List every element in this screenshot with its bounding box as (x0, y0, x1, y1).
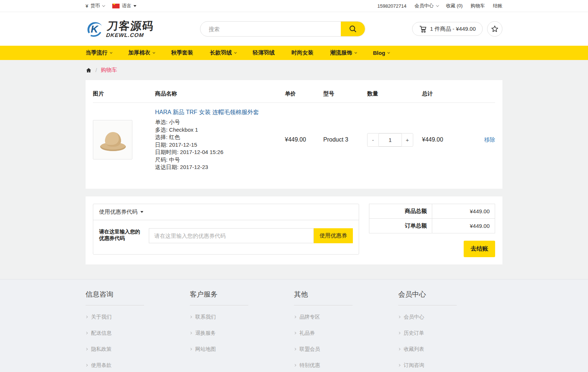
nav-item-padded-coats[interactable]: 加厚棉衣 (128, 49, 154, 56)
footer-link-label: 礼品券 (299, 330, 315, 337)
nav-label: 当季流行 (86, 49, 108, 56)
nav-item-fashion-women[interactable]: 时尚女装 (291, 49, 313, 56)
cart-link[interactable]: 购物车 (471, 3, 485, 9)
caret-down-icon (140, 211, 143, 213)
footer-link-affiliates[interactable]: 联盟会员 (294, 341, 398, 357)
coupon-code-input[interactable] (149, 228, 314, 243)
breadcrumb-separator: / (95, 67, 97, 73)
chevron-right-icon (189, 316, 192, 318)
nav-item-autumn-sets[interactable]: 秋季套装 (171, 49, 193, 56)
nav-item-trendy[interactable]: 潮流服饰 (330, 49, 356, 56)
search-input[interactable] (200, 22, 341, 36)
totals-row-order-total: 订单总额 ¥449.00 (369, 218, 495, 233)
nav-item-seasonal[interactable]: 当季流行 (86, 49, 112, 56)
subtotal-value: ¥449.00 (432, 204, 495, 218)
member-center-menu[interactable]: 会员中心 (415, 3, 438, 9)
subtotal-label: 商品总额 (369, 204, 432, 218)
phone-number: 15982072714 (377, 3, 407, 9)
chevron-right-icon (294, 316, 296, 318)
footer-column-title: 客户服务 (190, 290, 294, 299)
language-label: 语言 (122, 3, 131, 9)
site-logo[interactable]: K 刀客源码 DKEWL.COM (86, 19, 154, 38)
footer-column-account: 会员中心 会员中心 历史订单 收藏列表 订阅咨询 (398, 290, 502, 372)
footer-link-account[interactable]: 会员中心 (398, 309, 502, 325)
header-remove (466, 90, 495, 97)
apply-coupon-button[interactable]: 使用优惠券 (314, 228, 353, 243)
product-thumbnail[interactable] (93, 120, 132, 159)
wishlist-button[interactable] (487, 21, 502, 37)
footer-link-terms[interactable]: 使用条款 (86, 357, 190, 372)
chevron-down-icon (388, 51, 390, 54)
nav-item-light-down[interactable]: 轻薄羽绒 (253, 49, 275, 56)
footer-link-returns[interactable]: 退换服务 (190, 325, 294, 341)
unit-price-value: ¥449.00 (285, 136, 323, 143)
quantity-decrease-button[interactable]: - (367, 133, 379, 147)
chevron-right-icon (294, 364, 296, 367)
footer-link-specials[interactable]: 特别优惠 (294, 357, 398, 372)
nav-label: 潮流服饰 (330, 49, 352, 56)
logo-subtitle: DKEWL.COM (106, 32, 154, 38)
chevron-right-icon (85, 316, 88, 318)
footer-link-privacy[interactable]: 隐私政策 (86, 341, 190, 357)
footer-link-newsletter[interactable]: 订阅咨询 (398, 357, 502, 372)
breadcrumb-current[interactable]: 购物车 (101, 67, 117, 74)
nav-label: 轻薄羽绒 (253, 49, 275, 56)
home-icon[interactable] (86, 67, 92, 73)
footer-link-label: 配送信息 (91, 330, 112, 337)
footer-link-gift-vouchers[interactable]: 礼品券 (294, 325, 398, 341)
totals-row-subtotal: 商品总额 ¥449.00 (369, 204, 495, 218)
hat-image (105, 132, 121, 147)
footer-column-information: 信息咨询 关于我们 配送信息 隐私政策 使用条款 (86, 290, 190, 372)
search-button[interactable] (341, 22, 365, 36)
main-nav: 当季流行 加厚棉衣 秋季套装 长款羽绒 轻薄羽绒 时尚女装 潮流服饰 Blog (0, 46, 588, 60)
cart-summary-text: 1 件商品 - ¥449.00 (430, 26, 476, 33)
divider (398, 305, 457, 305)
language-selector[interactable]: 语言 (112, 3, 136, 9)
currency-selector[interactable]: ¥ 货币 (86, 3, 104, 9)
footer-link-label: 使用条款 (91, 362, 112, 369)
quantity-input[interactable] (379, 133, 402, 147)
footer-link-label: 收藏列表 (404, 346, 424, 353)
nav-item-blog[interactable]: Blog (373, 50, 389, 56)
product-option: 单选: 小号 (155, 119, 285, 126)
line-total-value: ¥449.00 (422, 136, 466, 143)
coupon-input-label: 请在这里输入您的优惠券代码 (99, 228, 140, 241)
quantity-increase-button[interactable]: + (402, 133, 413, 147)
nav-label: 加厚棉衣 (128, 49, 150, 56)
chevron-right-icon (85, 364, 88, 367)
product-option: 日期: 2017-12-15 (155, 141, 285, 149)
chevron-right-icon (398, 316, 400, 318)
footer-link-brands[interactable]: 品牌专区 (294, 309, 398, 325)
nav-item-long-down[interactable]: 长款羽绒 (210, 49, 236, 56)
footer-link-about[interactable]: 关于我们 (86, 309, 190, 325)
checkout-button[interactable]: 去结账 (464, 241, 495, 257)
footer-link-contact[interactable]: 联系我们 (190, 309, 294, 325)
checkout-link[interactable]: 结账 (493, 3, 502, 9)
footer-link-order-history[interactable]: 历史订单 (398, 325, 502, 341)
footer-link-wishlist[interactable]: 收藏列表 (398, 341, 502, 357)
footer-link-delivery[interactable]: 配送信息 (86, 325, 190, 341)
footer-link-sitemap[interactable]: 网站地图 (190, 341, 294, 357)
divider (294, 305, 353, 305)
header-model: 型号 (323, 90, 367, 97)
footer-link-label: 退换服务 (195, 330, 216, 337)
model-value: Product 3 (323, 136, 367, 143)
footer-link-label: 历史订单 (404, 330, 424, 337)
footer-link-label: 网站地图 (195, 346, 216, 353)
coupon-panel-toggle[interactable]: 使用优惠券代码 (93, 204, 359, 220)
footer-column-title: 会员中心 (398, 290, 502, 299)
product-name-link[interactable]: HARA 新品 TRF 女装 连帽毛领棉服外套 (155, 109, 259, 116)
remove-item-link[interactable]: 移除 (484, 136, 495, 143)
footer-link-label: 会员中心 (404, 314, 424, 320)
cart-summary-button[interactable]: 1 件商品 - ¥449.00 (412, 22, 483, 36)
chevron-down-icon (354, 51, 357, 54)
chevron-right-icon (294, 348, 296, 350)
search-icon (349, 25, 357, 33)
footer-column-customer-service: 客户服务 联系我们 退换服务 网站地图 (190, 290, 294, 372)
chevron-right-icon (189, 332, 192, 334)
caret-down-icon (133, 5, 136, 7)
wishlist-link[interactable]: 收藏 (0) (446, 3, 463, 9)
chevron-right-icon (398, 332, 400, 334)
header-image: 图片 (93, 90, 155, 97)
footer-column-title: 信息咨询 (86, 290, 190, 299)
